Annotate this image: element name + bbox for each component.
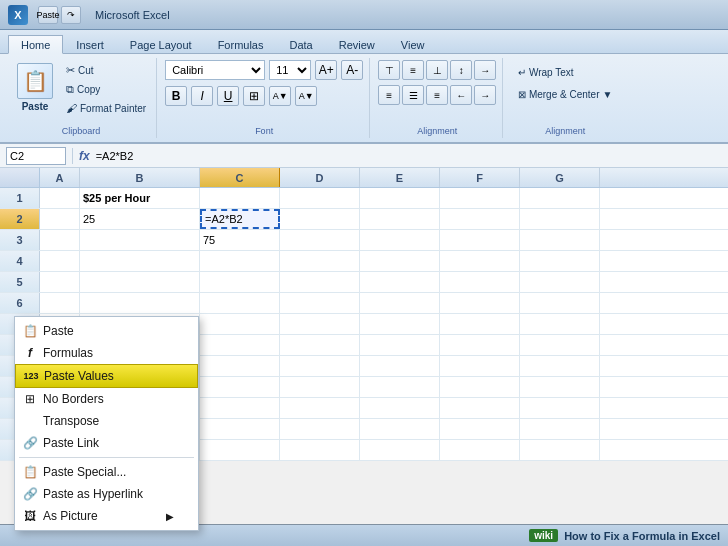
cell-a4[interactable] [40, 251, 80, 271]
cell-d11[interactable] [280, 398, 360, 418]
cell-f5[interactable] [440, 272, 520, 292]
cell-g10[interactable] [520, 377, 600, 397]
cell-c13[interactable] [200, 440, 280, 460]
cell-e11[interactable] [360, 398, 440, 418]
cell-b3[interactable] [80, 230, 200, 250]
cell-f7[interactable] [440, 314, 520, 334]
cell-g11[interactable] [520, 398, 600, 418]
cell-e6[interactable] [360, 293, 440, 313]
align-middle-button[interactable]: ≡ [402, 60, 424, 80]
cell-e3[interactable] [360, 230, 440, 250]
menu-item-paste-values[interactable]: 123 Paste Values [15, 364, 198, 388]
menu-item-transpose[interactable]: Transpose [15, 410, 198, 432]
cell-d3[interactable] [280, 230, 360, 250]
col-header-g[interactable]: G [520, 168, 600, 187]
name-box[interactable] [6, 147, 66, 165]
cell-b1[interactable]: $25 per Hour [80, 188, 200, 208]
cell-e10[interactable] [360, 377, 440, 397]
cell-f1[interactable] [440, 188, 520, 208]
cell-d12[interactable] [280, 419, 360, 439]
cell-d7[interactable] [280, 314, 360, 334]
cell-c12[interactable] [200, 419, 280, 439]
align-left-button[interactable]: ≡ [378, 85, 400, 105]
redo-button[interactable]: ↷ [61, 6, 81, 24]
cell-c8[interactable] [200, 335, 280, 355]
cell-c7[interactable] [200, 314, 280, 334]
col-header-f[interactable]: F [440, 168, 520, 187]
row-header-6[interactable]: 6 [0, 293, 40, 313]
cell-f4[interactable] [440, 251, 520, 271]
cell-f8[interactable] [440, 335, 520, 355]
cell-e13[interactable] [360, 440, 440, 460]
align-top-button[interactable]: ⊤ [378, 60, 400, 80]
menu-item-no-borders[interactable]: ⊞ No Borders [15, 388, 198, 410]
cell-g12[interactable] [520, 419, 600, 439]
cell-a6[interactable] [40, 293, 80, 313]
tab-data[interactable]: Data [276, 35, 325, 53]
cell-e12[interactable] [360, 419, 440, 439]
cell-f13[interactable] [440, 440, 520, 460]
cell-e8[interactable] [360, 335, 440, 355]
tab-page-layout[interactable]: Page Layout [117, 35, 205, 53]
italic-button[interactable]: I [191, 86, 213, 106]
cell-d5[interactable] [280, 272, 360, 292]
col-header-a[interactable]: A [40, 168, 80, 187]
decrease-indent-button[interactable]: ← [450, 85, 472, 105]
menu-item-paste[interactable]: 📋 Paste [15, 320, 198, 342]
wrap-text-button[interactable]: ↵ Wrap Text [513, 64, 579, 81]
border-button[interactable]: ⊞ [243, 86, 265, 106]
undo-button[interactable]: Paste [38, 6, 58, 24]
menu-item-paste-special[interactable]: 📋 Paste Special... [15, 461, 198, 483]
cell-f11[interactable] [440, 398, 520, 418]
formula-input[interactable] [96, 147, 722, 165]
cell-c6[interactable] [200, 293, 280, 313]
font-shrink-button[interactable]: A- [341, 60, 363, 80]
cell-b5[interactable] [80, 272, 200, 292]
cell-g7[interactable] [520, 314, 600, 334]
font-grow-button[interactable]: A+ [315, 60, 337, 80]
tab-review[interactable]: Review [326, 35, 388, 53]
merge-center-button[interactable]: ⊠ Merge & Center ▼ [513, 86, 618, 103]
row-header-4[interactable]: 4 [0, 251, 40, 271]
align-bottom-button[interactable]: ⊥ [426, 60, 448, 80]
indent-button[interactable]: → [474, 60, 496, 80]
cell-e4[interactable] [360, 251, 440, 271]
menu-item-formulas[interactable]: f Formulas [15, 342, 198, 364]
align-center-button[interactable]: ☰ [402, 85, 424, 105]
align-right-button[interactable]: ≡ [426, 85, 448, 105]
font-size-select[interactable]: 11 [269, 60, 311, 80]
cell-g1[interactable] [520, 188, 600, 208]
col-header-b[interactable]: B [80, 168, 200, 187]
cell-c3[interactable]: 75 [200, 230, 280, 250]
cell-f9[interactable] [440, 356, 520, 376]
cell-e2[interactable] [360, 209, 440, 229]
cell-f12[interactable] [440, 419, 520, 439]
text-direction-button[interactable]: ↕ [450, 60, 472, 80]
tab-view[interactable]: View [388, 35, 438, 53]
cell-f2[interactable] [440, 209, 520, 229]
increase-indent-button[interactable]: → [474, 85, 496, 105]
col-header-c[interactable]: C [200, 168, 280, 187]
cell-g6[interactable] [520, 293, 600, 313]
cell-g9[interactable] [520, 356, 600, 376]
cell-d2[interactable] [280, 209, 360, 229]
cell-f3[interactable] [440, 230, 520, 250]
cell-e1[interactable] [360, 188, 440, 208]
cell-c1[interactable] [200, 188, 280, 208]
cell-c10[interactable] [200, 377, 280, 397]
cell-e5[interactable] [360, 272, 440, 292]
cell-a2[interactable] [40, 209, 80, 229]
tab-insert[interactable]: Insert [63, 35, 117, 53]
row-header-3[interactable]: 3 [0, 230, 40, 250]
fill-color-button[interactable]: A▼ [269, 86, 291, 106]
row-header-1[interactable]: 1 [0, 188, 40, 208]
cell-a5[interactable] [40, 272, 80, 292]
row-header-5[interactable]: 5 [0, 272, 40, 292]
cell-b4[interactable] [80, 251, 200, 271]
format-painter-button[interactable]: 🖌 Format Painter [62, 100, 150, 116]
cell-g5[interactable] [520, 272, 600, 292]
cell-c5[interactable] [200, 272, 280, 292]
tab-formulas[interactable]: Formulas [205, 35, 277, 53]
cell-d6[interactable] [280, 293, 360, 313]
menu-item-paste-hyperlink[interactable]: 🔗 Paste as Hyperlink [15, 483, 198, 505]
